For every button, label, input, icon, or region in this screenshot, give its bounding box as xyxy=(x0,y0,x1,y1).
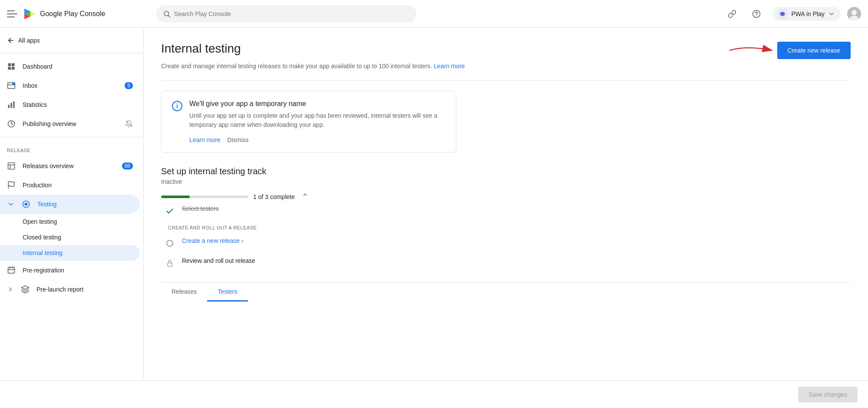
bell-off-icon xyxy=(125,120,133,128)
content-area: Internal testing Create new release xyxy=(144,28,868,380)
content-divider xyxy=(161,80,851,80)
help-icon-button[interactable] xyxy=(748,5,765,23)
create-release-step-link[interactable]: Create a new release › xyxy=(182,237,244,244)
svg-rect-11 xyxy=(12,67,15,70)
tab-testers[interactable]: Testers xyxy=(207,283,248,302)
svg-rect-15 xyxy=(10,103,12,108)
step-select-testers: Select testers xyxy=(165,205,851,216)
create-new-release-button[interactable]: Create new release xyxy=(777,42,851,59)
step-create-release-label: Create a new release › xyxy=(182,237,244,244)
sidebar-item-inbox[interactable]: Inbox 9 xyxy=(0,76,140,95)
inbox-icon xyxy=(7,81,16,90)
releases-overview-icon xyxy=(7,162,16,170)
info-card-body: Until your app set up is complete and yo… xyxy=(189,111,446,129)
arrow-hint xyxy=(725,42,777,59)
svg-rect-16 xyxy=(13,102,14,108)
info-card: i We'll give your app a temporary name U… xyxy=(161,91,456,153)
save-changes-button[interactable]: Save changes xyxy=(798,387,858,402)
publishing-icon xyxy=(7,119,16,128)
step-check-indicator xyxy=(165,206,175,216)
sidebar-item-label-production: Production xyxy=(23,182,133,189)
chevron-down-icon xyxy=(828,10,835,17)
back-arrow-icon xyxy=(7,36,15,44)
testing-expand-icon xyxy=(7,200,15,208)
info-dismiss-link[interactable]: Dismiss xyxy=(228,136,249,143)
search-input[interactable] xyxy=(174,10,409,17)
app-chip-icon xyxy=(777,9,788,19)
sidebar-item-label-publishing: Publishing overview xyxy=(23,120,118,127)
topbar-right: PWA in Play xyxy=(723,5,861,23)
link-icon xyxy=(728,10,736,18)
step-circle-indicator xyxy=(165,238,175,249)
step-lock-indicator xyxy=(165,258,175,269)
all-apps-label: All apps xyxy=(18,37,40,44)
svg-rect-23 xyxy=(8,267,15,273)
sidebar-item-label-dashboard: Dashboard xyxy=(23,63,133,70)
sidebar-item-releases-overview[interactable]: Releases overview 88 xyxy=(0,156,140,176)
tab-releases[interactable]: Releases xyxy=(161,283,207,302)
lock-icon xyxy=(166,259,174,267)
info-icon: i xyxy=(172,101,182,111)
sidebar-item-label-pre-launch: Pre-launch report xyxy=(36,286,133,293)
page-title: Internal testing xyxy=(161,42,241,56)
bottom-tabs: Releases Testers xyxy=(161,282,851,302)
google-play-icon xyxy=(23,7,36,21)
sidebar-item-dashboard[interactable]: Dashboard xyxy=(0,57,140,76)
avatar[interactable] xyxy=(847,7,861,21)
dashboard-icon xyxy=(7,62,16,71)
sidebar-item-label-pre-registration: Pre-registration xyxy=(23,267,133,274)
info-card-actions: Learn more Dismiss xyxy=(189,136,446,143)
statistics-icon xyxy=(7,100,16,109)
app-chip-label: PWA in Play xyxy=(791,10,825,17)
link-icon-button[interactable] xyxy=(723,5,741,23)
learn-more-link-header[interactable]: Learn more xyxy=(434,63,465,70)
pre-registration-icon xyxy=(7,266,16,275)
sidebar-item-statistics[interactable]: Statistics xyxy=(0,95,140,114)
sidebar-item-label-releases: Releases overview xyxy=(23,163,115,169)
step-create-release: Create a new release › xyxy=(165,237,851,249)
hamburger-menu[interactable] xyxy=(7,9,17,19)
progress-container: 1 of 3 complete ⌃ xyxy=(161,192,851,202)
step-select-testers-label: Select testers xyxy=(182,205,219,212)
track-status: Inactive xyxy=(161,178,851,185)
sidebar-item-production[interactable]: Production xyxy=(0,176,140,195)
track-setup-title: Set up internal testing track xyxy=(161,166,851,176)
progress-toggle-icon[interactable]: ⌃ xyxy=(302,192,308,202)
app-chip[interactable]: PWA in Play xyxy=(772,7,840,21)
app-icon xyxy=(779,10,786,17)
sidebar-item-testing[interactable]: Testing xyxy=(0,195,140,214)
page-header: Internal testing Create new release xyxy=(161,42,851,59)
sidebar-divider-2 xyxy=(0,137,143,137)
red-arrow-icon xyxy=(725,42,777,59)
sidebar: All apps Dashboard xyxy=(0,28,144,380)
info-card-title: We'll give your app a temporary name xyxy=(189,100,446,108)
search-bar[interactable] xyxy=(156,5,416,23)
sidebar-item-publishing[interactable]: Publishing overview xyxy=(0,114,140,133)
release-section-label: Release xyxy=(0,141,143,156)
sidebar-sub-open-testing[interactable]: Open testing xyxy=(0,214,140,229)
help-icon xyxy=(752,10,761,18)
main-layout: All apps Dashboard xyxy=(0,28,868,380)
open-testing-label: Open testing xyxy=(23,218,57,225)
progress-bar-fill xyxy=(161,196,190,198)
svg-rect-10 xyxy=(8,67,11,70)
sidebar-item-pre-launch[interactable]: Pre-launch report xyxy=(0,280,140,299)
step-circle-icon xyxy=(166,240,173,247)
logo: Google Play Console xyxy=(23,7,105,21)
step-review-rollout: Review and roll out release xyxy=(165,257,851,269)
sidebar-sub-closed-testing[interactable]: Closed testing xyxy=(0,229,140,245)
inbox-badge: 9 xyxy=(125,82,133,89)
info-learn-more-link[interactable]: Learn more xyxy=(189,136,221,143)
topbar-left: Google Play Console xyxy=(7,7,151,21)
sidebar-item-pre-registration[interactable]: Pre-registration xyxy=(0,261,140,280)
info-card-content: We'll give your app a temporary name Unt… xyxy=(189,100,446,143)
svg-point-3 xyxy=(756,15,757,16)
svg-rect-14 xyxy=(8,105,10,108)
sidebar-item-label-statistics: Statistics xyxy=(23,101,133,108)
sidebar-sub-internal-testing[interactable]: Internal testing xyxy=(0,245,140,261)
svg-rect-25 xyxy=(168,263,172,266)
steps-container: Select testers CREATE AND ROLL OUT A REL… xyxy=(161,205,851,269)
production-icon xyxy=(7,181,16,189)
svg-rect-8 xyxy=(8,63,11,66)
all-apps-button[interactable]: All apps xyxy=(0,31,140,50)
